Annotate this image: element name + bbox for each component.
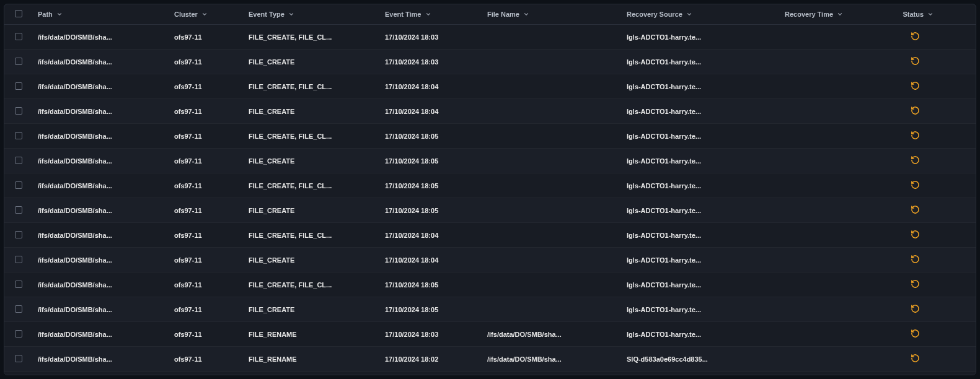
row-checkbox[interactable] xyxy=(15,82,22,90)
cell-cluster: ofs97-11 xyxy=(169,124,244,149)
cell-recovery-time xyxy=(780,74,888,99)
row-checkbox[interactable] xyxy=(15,355,22,362)
cell-cluster: ofs97-11 xyxy=(169,99,244,124)
events-table-panel: Path Cluster Event Type xyxy=(4,4,976,375)
header-path-label: Path xyxy=(38,11,53,18)
row-checkbox[interactable] xyxy=(15,305,22,313)
refresh-icon[interactable] xyxy=(911,205,920,214)
refresh-icon[interactable] xyxy=(911,329,920,338)
refresh-icon[interactable] xyxy=(911,106,920,115)
row-checkbox[interactable] xyxy=(15,181,22,189)
row-checkbox[interactable] xyxy=(15,281,22,288)
cell-cluster: ofs97-11 xyxy=(169,198,244,223)
cell-event-time: 17/10/2024 18:05 xyxy=(380,272,482,297)
select-all-checkbox[interactable] xyxy=(15,10,22,17)
table-row[interactable]: /ifs/data/DO/SMB/sha... ofs97-11 FILE_CR… xyxy=(4,149,976,173)
refresh-icon[interactable] xyxy=(911,180,920,190)
refresh-icon[interactable] xyxy=(911,32,920,41)
cell-recovery-time xyxy=(780,322,888,347)
header-event-type[interactable]: Event Type xyxy=(249,11,294,18)
cell-file-name xyxy=(482,25,622,50)
cell-event-time: 17/10/2024 18:03 xyxy=(380,25,482,50)
refresh-icon[interactable] xyxy=(911,155,920,165)
cell-event-type: FILE_CREATE xyxy=(244,149,380,173)
cell-event-type: FILE_CREATE xyxy=(244,198,380,223)
cell-path: /ifs/data/DO/SMB/sha... xyxy=(33,149,169,173)
table-row[interactable]: /ifs/data/DO/SMB/sha... ofs97-11 FILE_CR… xyxy=(4,124,976,149)
table-row[interactable]: /ifs/data/DO/SMB/sha... ofs97-11 FILE_CR… xyxy=(4,297,976,322)
refresh-icon[interactable] xyxy=(911,81,920,90)
chevron-down-icon xyxy=(201,11,208,17)
table-row[interactable]: /ifs/data/DO/SMB/sha... ofs97-11 FILE_CR… xyxy=(4,74,976,99)
table-row[interactable]: /ifs/data/DO/SMB/sha... ofs97-11 FILE_CR… xyxy=(4,198,976,223)
cell-path: /ifs/data/DO/SMB/sha... xyxy=(33,223,169,248)
table-row[interactable]: /ifs/data/DO/SMB/sha... ofs97-11 FILE_RE… xyxy=(4,347,976,372)
header-recovery-source[interactable]: Recovery Source xyxy=(627,11,692,18)
refresh-icon[interactable] xyxy=(911,131,920,140)
refresh-icon[interactable] xyxy=(911,56,920,66)
cell-file-name xyxy=(482,124,622,149)
cell-path: /ifs/data/DO/SMB/sha... xyxy=(33,74,169,99)
cell-file-name xyxy=(482,198,622,223)
header-status[interactable]: Status xyxy=(903,11,934,18)
cell-cluster: ofs97-11 xyxy=(169,248,244,272)
cell-event-type: FILE_CREATE, FILE_CL... xyxy=(244,25,380,50)
cell-cluster: ofs97-11 xyxy=(169,149,244,173)
cell-recovery-source: Igls-ADCTO1-harry.te... xyxy=(622,124,780,149)
cell-event-time: 17/10/2024 18:05 xyxy=(380,198,482,223)
table-row[interactable]: /ifs/data/DO/SMB/sha... ofs97-11 FILE_RE… xyxy=(4,322,976,347)
cell-file-name: /ifs/data/DO/SMB/sha... xyxy=(482,347,622,372)
cell-recovery-time xyxy=(780,347,888,372)
cell-file-name xyxy=(482,149,622,173)
refresh-icon[interactable] xyxy=(911,255,920,264)
table-row[interactable]: /ifs/data/DO/SMB/sha... ofs97-11 FILE_CR… xyxy=(4,25,976,50)
cell-event-time: 17/10/2024 18:03 xyxy=(380,322,482,347)
table-row[interactable]: /ifs/data/DO/SMB/sha... ofs97-11 FILE_CR… xyxy=(4,272,976,297)
table-row[interactable]: /ifs/data/DO/SMB/sha... ofs97-11 FILE_CR… xyxy=(4,372,976,376)
chevron-down-icon xyxy=(56,11,63,17)
refresh-icon[interactable] xyxy=(911,354,920,363)
cell-file-name xyxy=(482,272,622,297)
cell-cluster: ofs97-11 xyxy=(169,173,244,198)
cell-event-time: 17/10/2024 18:04 xyxy=(380,223,482,248)
cell-cluster: ofs97-11 xyxy=(169,223,244,248)
cell-recovery-source: Igls-ADCTO1-harry.te... xyxy=(622,198,780,223)
row-checkbox[interactable] xyxy=(15,256,22,263)
row-checkbox[interactable] xyxy=(15,231,22,238)
refresh-icon[interactable] xyxy=(911,279,920,289)
cell-event-type: FILE_CREATE, FILE_RE... xyxy=(244,372,380,376)
header-event-time[interactable]: Event Time xyxy=(385,11,431,18)
cell-event-time: 17/10/2024 18:05 xyxy=(380,124,482,149)
header-recovery-source-label: Recovery Source xyxy=(627,11,682,18)
cell-event-type: FILE_CREATE, FILE_CL... xyxy=(244,74,380,99)
row-checkbox[interactable] xyxy=(15,107,22,115)
table-row[interactable]: /ifs/data/DO/SMB/sha... ofs97-11 FILE_CR… xyxy=(4,50,976,74)
table-row[interactable]: /ifs/data/DO/SMB/sha... ofs97-11 FILE_CR… xyxy=(4,223,976,248)
chevron-down-icon xyxy=(837,11,843,17)
table-row[interactable]: /ifs/data/DO/SMB/sha... ofs97-11 FILE_CR… xyxy=(4,248,976,272)
chevron-down-icon xyxy=(927,11,934,17)
cell-recovery-source: Igls-ADCTO1-harry.te... xyxy=(622,322,780,347)
header-cluster[interactable]: Cluster xyxy=(174,11,208,18)
cell-path: /ifs/data/DO/SMB/sha... xyxy=(33,50,169,74)
row-checkbox[interactable] xyxy=(15,33,22,40)
table-header-row: Path Cluster Event Type xyxy=(4,4,976,25)
table-row[interactable]: /ifs/data/DO/SMB/sha... ofs97-11 FILE_CR… xyxy=(4,173,976,198)
row-checkbox[interactable] xyxy=(15,58,22,65)
cell-recovery-time xyxy=(780,223,888,248)
row-checkbox[interactable] xyxy=(15,206,22,214)
cell-event-type: FILE_CREATE, FILE_CL... xyxy=(244,124,380,149)
row-checkbox[interactable] xyxy=(15,157,22,164)
header-path[interactable]: Path xyxy=(38,11,63,18)
cell-file-name xyxy=(482,297,622,322)
refresh-icon[interactable] xyxy=(911,230,920,239)
table-row[interactable]: /ifs/data/DO/SMB/sha... ofs97-11 FILE_CR… xyxy=(4,99,976,124)
refresh-icon[interactable] xyxy=(911,304,920,313)
cell-path: /ifs/data/DO/SMB/sha... xyxy=(33,99,169,124)
row-checkbox[interactable] xyxy=(15,330,22,338)
cell-recovery-time xyxy=(780,198,888,223)
cell-event-type: FILE_CREATE, FILE_CL... xyxy=(244,223,380,248)
row-checkbox[interactable] xyxy=(15,132,22,139)
header-file-name[interactable]: File Name xyxy=(487,11,529,18)
header-recovery-time[interactable]: Recovery Time xyxy=(785,11,843,18)
